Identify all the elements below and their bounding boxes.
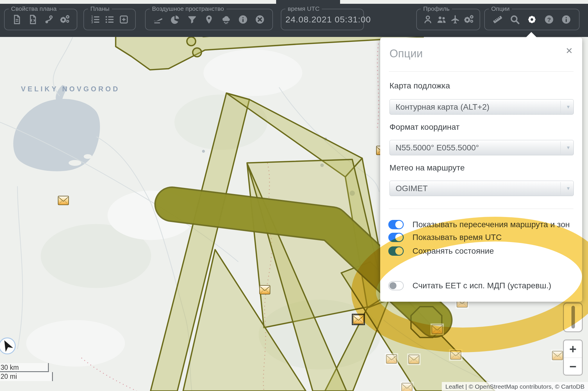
basemap-select-value: Контурная карта (ALT+2) <box>396 99 489 114</box>
route-weather-label: Метео на маршруте <box>389 163 465 173</box>
scale-km: 30 km <box>0 363 49 372</box>
envelope-marker[interactable] <box>551 350 564 361</box>
close-icon[interactable]: ✕ <box>566 46 573 56</box>
group-utc-time: время UTC 24.08.2021 05:31:00 <box>281 9 364 30</box>
group-plans-label: Планы <box>88 5 112 12</box>
group-airspace: Воздушное пространство <box>145 9 273 30</box>
zoom-out-button[interactable]: − <box>564 358 582 375</box>
group-plans: Планы <box>83 9 136 30</box>
chevron-down-icon: ▼ <box>566 181 571 196</box>
save-state-toggle-label: Сохранять состояние <box>412 246 494 256</box>
group-options-label: Опции <box>489 5 512 12</box>
zoom-slider-handle[interactable] <box>571 306 575 328</box>
options-panel: Опции ✕ Карта подложка Контурная карта (… <box>380 38 582 302</box>
group-airspace-label: Воздушное пространство <box>150 5 226 12</box>
gear-icon[interactable] <box>527 14 537 25</box>
filter-icon[interactable] <box>187 14 197 25</box>
geolocate-button[interactable] <box>0 337 16 354</box>
envelope-marker[interactable] <box>430 324 444 335</box>
envelope-marker[interactable] <box>400 382 414 391</box>
scale-mi: 20 mi <box>0 372 53 381</box>
route-weather-select[interactable]: OGIMET ▼ <box>389 181 574 196</box>
group-options: Опции <box>484 9 580 30</box>
route-icon[interactable] <box>44 14 54 25</box>
bullet-list-icon[interactable] <box>104 14 115 25</box>
chevron-down-icon: ▼ <box>566 140 571 155</box>
show-utc-toggle-label: Показывать время UTC <box>412 233 502 242</box>
zoom-slider[interactable] <box>563 303 583 332</box>
document-code-icon[interactable] <box>28 14 38 25</box>
map-city-label: VELIKY NOVGOROD <box>21 85 120 93</box>
toggle-row-save-state: Сохранять состояние <box>388 246 494 256</box>
intersections-toggle-label: Показывать пересечения маршрута и зон <box>412 220 570 229</box>
utc-time-value[interactable]: 24.08.2021 05:31:00 <box>285 15 371 24</box>
panel-title: Опции <box>389 47 423 60</box>
user-icon[interactable] <box>423 14 433 25</box>
info-circle-icon[interactable] <box>238 14 248 25</box>
envelope-marker[interactable] <box>352 314 364 325</box>
coord-format-select[interactable]: N55.5000° E055.5000° ▼ <box>389 140 574 155</box>
intersections-toggle[interactable] <box>388 220 404 229</box>
map-pin-icon[interactable] <box>204 14 214 25</box>
add-square-icon[interactable] <box>119 14 129 25</box>
lake-ilmen <box>13 85 100 171</box>
main-toolbar: 1 2 3 <box>0 4 588 37</box>
group-utc-time-label: время UTC <box>285 5 322 12</box>
pie-chart-icon[interactable] <box>170 14 180 25</box>
group-plan-properties-label: Свойства плана <box>9 5 59 12</box>
save-state-toggle[interactable] <box>388 246 404 256</box>
group-plan-properties: Свойства плана <box>4 9 77 30</box>
search-icon[interactable] <box>510 14 520 25</box>
coord-format-select-value: N55.5000° E055.5000° <box>396 140 479 155</box>
plane-takeoff-icon[interactable] <box>153 14 163 25</box>
group-profile: Профиль <box>416 9 480 30</box>
chevron-down-icon: ▼ <box>566 99 571 114</box>
envelope-marker[interactable] <box>407 353 421 365</box>
route-weather-select-value: OGIMET <box>396 181 428 196</box>
zoom-in-button[interactable]: + <box>564 340 582 358</box>
settings-gears-icon[interactable] <box>60 14 70 25</box>
divider <box>389 209 573 209</box>
ordered-list-icon[interactable] <box>90 14 101 25</box>
toggle-row-utc: Показывать время UTC <box>388 233 502 242</box>
airspace-waypoint <box>193 48 201 57</box>
basemap-label: Карта подложка <box>389 81 450 90</box>
envelope-marker[interactable] <box>385 353 398 365</box>
show-utc-toggle[interactable] <box>388 233 404 242</box>
toggle-row-intersections: Показывать пересечения маршрута и зон <box>388 220 570 229</box>
map-scale-control: 30 km 20 mi <box>0 363 53 381</box>
airspace-waypoint <box>187 37 196 46</box>
aircraft-icon[interactable] <box>450 14 460 25</box>
document-icon[interactable] <box>12 14 22 25</box>
settings-gears-icon[interactable] <box>464 14 474 25</box>
eet-mdp-toggle-label: Считать EET с исп. МДП (устаревш.) <box>412 281 551 290</box>
eet-mdp-toggle[interactable] <box>388 281 404 290</box>
info-circle-icon[interactable] <box>561 14 571 25</box>
zoom-control: + − <box>563 340 583 376</box>
ruler-icon[interactable] <box>492 14 503 25</box>
envelope-marker[interactable] <box>260 285 270 294</box>
envelope-marker[interactable] <box>449 349 462 361</box>
toggle-row-eet: Считать EET с исп. МДП (устаревш.) <box>388 281 551 290</box>
top-strip <box>276 0 340 4</box>
users-icon[interactable] <box>436 14 447 25</box>
map-attribution[interactable]: Leaflet | © OpenStreetMap contributors, … <box>442 382 588 391</box>
basemap-select[interactable]: Контурная карта (ALT+2) ▼ <box>389 99 574 115</box>
location-arrow-icon <box>1 338 13 352</box>
panel-pointer-arrow <box>526 32 537 38</box>
weather-cloud-icon[interactable] <box>221 14 231 25</box>
divider <box>389 71 573 72</box>
group-profile-label: Профиль <box>421 5 452 12</box>
close-circle-icon[interactable] <box>255 14 265 25</box>
coord-format-label: Формат координат <box>389 122 460 132</box>
envelope-marker[interactable] <box>58 196 69 205</box>
help-circle-icon[interactable] <box>544 14 554 25</box>
